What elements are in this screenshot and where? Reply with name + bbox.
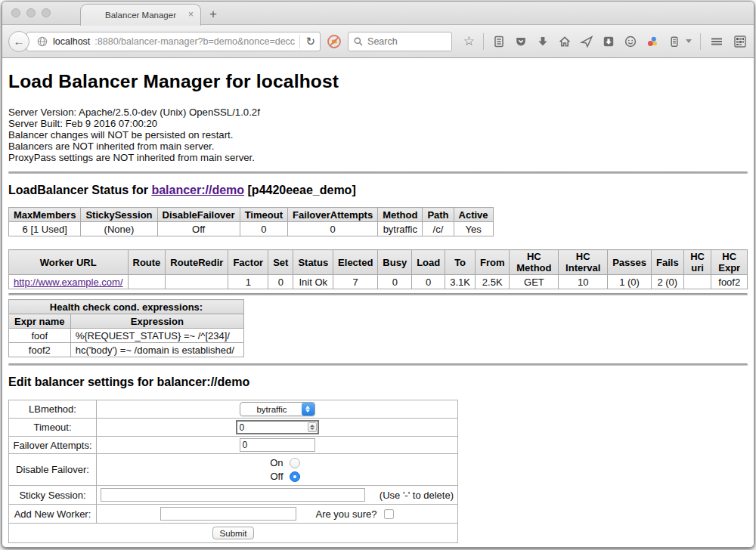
form-row-disable-failover: Disable Failover: On Off: [9, 454, 458, 486]
timeout-input[interactable]: [236, 420, 319, 434]
zoom-window-button[interactable]: [42, 8, 51, 17]
worker-table-header-row: Worker URL Route RouteRedir Factor Set S…: [9, 250, 748, 275]
toolbar-separator: [483, 33, 484, 50]
page-title: Load Balancer Manager for localhost: [8, 71, 748, 92]
balancer-table-row: 6 [1 Used] (None) Off 0 0 bytraffic /c/ …: [9, 222, 494, 236]
bookmark-star-icon[interactable]: ☆: [463, 35, 475, 48]
balancer-table-header-row: MaxMembers StickySession DisableFailover…: [9, 208, 494, 222]
back-button[interactable]: ←: [8, 31, 29, 52]
disable-failover-label: Disable Failover:: [9, 454, 97, 486]
new-tab-button[interactable]: +: [209, 7, 217, 22]
sticky-session-input[interactable]: [101, 488, 365, 502]
chat-smiley-icon[interactable]: [624, 35, 637, 48]
tab-close-icon[interactable]: ×: [188, 10, 194, 19]
window-controls: [11, 8, 51, 17]
balancer-demo-link[interactable]: balancer://demo: [151, 184, 244, 196]
worker-url-link[interactable]: http://www.example.com/: [14, 277, 123, 288]
select-stepper-icon: [302, 403, 314, 416]
hc-table-row: foof2 hc('body') =~ /domain is establish…: [9, 343, 244, 357]
form-row-sticky-session: Sticky Session: (Use '-' to delete): [9, 486, 458, 505]
download-panel-icon[interactable]: [602, 35, 615, 48]
val-routeredir: [166, 275, 228, 289]
col-fails: Fails: [651, 250, 683, 275]
col-hc-method: HC Method: [510, 250, 559, 275]
val-busy: 0: [378, 275, 412, 289]
radio-off-label: Off: [270, 471, 283, 482]
edit-balancer-form: LBmethod: bytraffic Timeout:: [8, 400, 458, 543]
failover-attempts-input[interactable]: [240, 438, 315, 452]
val-status: Init Ok: [293, 275, 333, 289]
col-to: To: [445, 250, 476, 275]
form-row-failover-attempts: Failover Attempts:: [9, 437, 458, 454]
val-hc-uri: [683, 275, 711, 289]
reload-icon[interactable]: ↻: [299, 35, 315, 48]
inherit-notice-line: Balancers are NOT inherited from main se…: [8, 141, 748, 152]
health-check-table: Health check cond. expressions: Expr nam…: [8, 299, 244, 357]
close-window-button[interactable]: [11, 8, 20, 17]
col-stickysession: StickySession: [81, 208, 157, 222]
pocket-icon[interactable]: [514, 35, 528, 48]
globe-icon: [36, 36, 48, 48]
menu-hamburger-icon[interactable]: [709, 35, 724, 48]
lbmethod-label: LBmethod:: [9, 400, 97, 419]
val-factor: 1: [228, 275, 268, 289]
sticky-session-label: Sticky Session:: [9, 486, 97, 505]
tab-balancer-manager[interactable]: Balancer Manager ×: [80, 4, 201, 26]
tab-title: Balancer Manager: [105, 11, 176, 20]
val-method: bytraffic: [378, 222, 423, 236]
search-bar[interactable]: [348, 32, 452, 51]
search-icon: [353, 36, 364, 47]
val-to: 3.1K: [445, 275, 476, 289]
number-spinner-icon[interactable]: [308, 422, 317, 432]
col-routeredir: RouteRedir: [166, 250, 228, 275]
add-worker-input[interactable]: [160, 507, 296, 521]
send-plane-icon[interactable]: [580, 35, 593, 48]
divider: [8, 293, 748, 295]
search-input[interactable]: [367, 36, 443, 47]
content-blocker-icon[interactable]: [326, 33, 342, 50]
url-host: localhost: [53, 36, 90, 47]
minimize-window-button[interactable]: [26, 8, 36, 17]
form-row-add-worker: Add New Worker: Are you sure?: [9, 505, 458, 524]
col-elected: Elected: [333, 250, 378, 275]
loadbalancer-status-heading: LoadBalancer Status for balancer://demo …: [8, 184, 748, 197]
submit-button[interactable]: Submit: [212, 527, 255, 539]
browser-window: Balancer Manager × + ← localhost:8880/ba…: [2, 1, 754, 548]
col-worker-url: Worker URL: [9, 250, 129, 275]
col-from: From: [475, 250, 510, 275]
balancer-status-table: MaxMembers StickySession DisableFailover…: [8, 207, 494, 236]
edit-balancer-heading: Edit balancer settings for balancer://de…: [8, 375, 748, 389]
col-hc-expr: HC Expr: [711, 250, 748, 275]
lbmethod-select[interactable]: bytraffic: [240, 402, 315, 416]
bookmarks-clipboard-icon[interactable]: [492, 35, 506, 48]
proxypass-notice-line: ProxyPass settings are NOT inherited fro…: [8, 152, 748, 163]
val-active: Yes: [454, 222, 493, 236]
battery-extension-icon[interactable]: [668, 35, 681, 48]
url-input[interactable]: localhost:8880/balancer-manager?b=demo&n…: [26, 32, 321, 51]
form-row-lbmethod: LBmethod: bytraffic: [9, 400, 458, 419]
persist-notice-line: Balancer changes will NOT be persisted o…: [8, 129, 748, 141]
chevron-down-icon[interactable]: [686, 39, 692, 43]
val-hc-interval: 10: [559, 275, 608, 289]
form-row-submit: Submit: [9, 524, 458, 543]
col-load: Load: [412, 250, 445, 275]
disable-failover-on-radio[interactable]: [290, 458, 300, 468]
val-expression-2: hc('body') =~ /domain is established/: [70, 343, 243, 357]
home-icon[interactable]: [558, 35, 572, 48]
failover-attempts-label: Failover Attempts:: [9, 437, 97, 454]
download-arrow-icon[interactable]: [536, 35, 550, 48]
worker-table-row: http://www.example.com/ 1 0 Init Ok 7 0 …: [9, 275, 748, 289]
disable-failover-off-radio[interactable]: [290, 471, 300, 482]
val-load: 0: [412, 275, 445, 289]
col-busy: Busy: [378, 250, 412, 275]
val-stickysession: (None): [81, 222, 157, 236]
col-expression: Expression: [70, 314, 243, 329]
val-failoverattempts: 0: [287, 222, 377, 236]
col-timeout: Timeout: [240, 208, 287, 222]
col-hc-uri: HC uri: [683, 250, 711, 275]
are-you-sure-checkbox[interactable]: [384, 509, 394, 519]
pixel-grid-extension-icon[interactable]: [733, 34, 748, 49]
navigation-toolbar: ← localhost:8880/balancer-manager?b=demo…: [2, 25, 754, 58]
colored-dots-extension-icon[interactable]: [646, 35, 659, 48]
val-route: [128, 275, 166, 289]
